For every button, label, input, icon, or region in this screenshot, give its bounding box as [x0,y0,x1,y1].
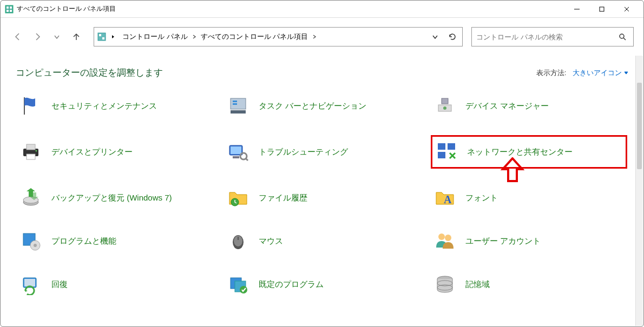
breadcrumb-sep[interactable] [310,34,319,39]
window-title: すべてのコントロール パネル項目 [17,4,116,14]
users-icon [433,229,457,253]
svg-point-12 [620,34,624,38]
font-icon: A [433,186,457,210]
items-grid: セキュリティとメンテナンスタスク バーとナビゲーションデバイス マネージャーデバ… [11,92,633,298]
app-icon [5,5,14,14]
mouse-icon [226,229,250,253]
printer-icon [19,140,43,164]
svg-line-29 [246,158,248,161]
item-label: デバイスとプリンター [51,146,133,157]
svg-rect-6 [600,7,604,11]
control-panel-item[interactable]: デバイスとプリンター [17,135,213,169]
svg-rect-32 [438,152,445,158]
troubleshoot-icon [226,140,250,164]
annotation-red-arrow [501,157,524,185]
control-panel-item[interactable]: 既定のプログラム [224,270,420,298]
recovery-icon [19,272,43,296]
control-panel-item[interactable]: タスク バーとナビゲーション [224,92,420,120]
control-panel-item[interactable]: ネットワークと共有センター [431,135,627,169]
control-panel-item[interactable]: マウス [224,227,420,255]
svg-point-20 [443,106,446,110]
svg-rect-3 [6,10,9,12]
svg-point-51 [240,286,247,293]
item-label: 既定のプログラム [259,279,324,290]
control-panel-item[interactable]: バックアップと復元 (Windows 7) [17,184,213,212]
nav-recent-button[interactable] [49,29,64,44]
header-row: コンピューターの設定を調整します 表示方法: 大きいアイコン [11,56,633,92]
svg-rect-1 [6,6,9,9]
breadcrumb-item[interactable]: すべてのコントロール パネル項目 [199,32,311,42]
address-dropdown-button[interactable] [429,30,442,43]
control-panel-icon [97,32,106,41]
control-panel-item[interactable]: トラブルシューティング [224,135,420,169]
svg-text:A: A [444,193,452,205]
content-area: コンピューターの設定を調整します 表示方法: 大きいアイコン セキュリティとメン… [1,56,643,326]
backup-icon [19,186,43,210]
scrollbar-thumb[interactable] [637,83,642,169]
item-label: タスク バーとナビゲーション [259,101,366,111]
window-controls [564,1,639,18]
control-panel-item[interactable]: 回復 [17,270,213,298]
control-panel-item[interactable]: デバイス マネージャー [431,92,627,120]
flag-icon [19,94,43,118]
network-icon [435,140,458,164]
svg-rect-22 [27,144,35,150]
control-panel-item[interactable]: セキュリティとメンテナンス [17,92,213,120]
scrollbar[interactable] [635,56,643,326]
search-bar[interactable] [471,27,634,46]
svg-rect-2 [10,6,12,9]
control-panel-item[interactable]: ファイル履歴 [224,184,420,212]
view-by-value[interactable]: 大きいアイコン [573,68,628,78]
item-label: 記憶域 [465,279,490,290]
svg-rect-4 [10,10,12,12]
view-by-label: 表示方法: [536,69,567,77]
nav-up-button[interactable] [69,29,84,44]
breadcrumb-sep[interactable] [190,34,199,39]
svg-rect-16 [233,101,237,102]
svg-rect-15 [231,110,246,114]
item-label: トラブルシューティング [259,146,348,157]
close-button[interactable] [614,1,639,18]
page-heading: コンピューターの設定を調整します [16,66,163,79]
item-label: ユーザー アカウント [465,236,541,246]
item-label: 回復 [51,279,68,290]
control-panel-item[interactable]: ユーザー アカウント [431,227,627,255]
svg-rect-44 [238,237,239,240]
svg-line-13 [623,38,626,40]
control-panel-item[interactable]: プログラムと機能 [17,227,213,255]
svg-rect-48 [24,279,35,286]
nav-forward-button[interactable] [30,29,45,44]
svg-rect-11 [102,37,104,39]
titlebar: すべてのコントロール パネル項目 [1,1,643,18]
address-bar[interactable]: コントロール パネル すべてのコントロール パネル項目 [94,27,463,46]
breadcrumb-item[interactable]: コントロール パネル [120,32,190,42]
defaults-icon [226,272,250,296]
maximize-button[interactable] [589,1,614,18]
control-panel-item[interactable]: 記憶域 [431,270,627,298]
toolbar: コントロール パネル すべてのコントロール パネル項目 [1,18,643,56]
control-panel-item[interactable]: Aフォント [431,184,627,212]
svg-rect-31 [448,143,455,150]
breadcrumb: コントロール パネル すべてのコントロール パネル項目 [120,32,319,42]
storage-icon [433,272,457,296]
item-label: デバイス マネージャー [465,101,549,111]
minimize-button[interactable] [564,1,589,18]
svg-point-46 [445,235,451,241]
svg-rect-27 [233,156,239,158]
svg-point-24 [36,150,37,152]
refresh-button[interactable] [446,30,459,43]
svg-point-40 [34,244,37,247]
search-icon[interactable] [616,32,629,41]
item-label: ネットワークと共有センター [467,146,573,157]
nav-back-button[interactable] [10,29,25,44]
svg-point-45 [438,233,445,240]
item-label: セキュリティとメンテナンス [51,101,157,111]
svg-rect-17 [233,103,237,105]
view-by: 表示方法: 大きいアイコン [536,68,628,78]
svg-rect-26 [231,146,241,154]
svg-point-33 [451,155,454,157]
svg-rect-19 [442,98,448,104]
breadcrumb-sep[interactable] [110,33,116,41]
svg-rect-30 [438,143,445,150]
search-input[interactable] [476,33,616,41]
